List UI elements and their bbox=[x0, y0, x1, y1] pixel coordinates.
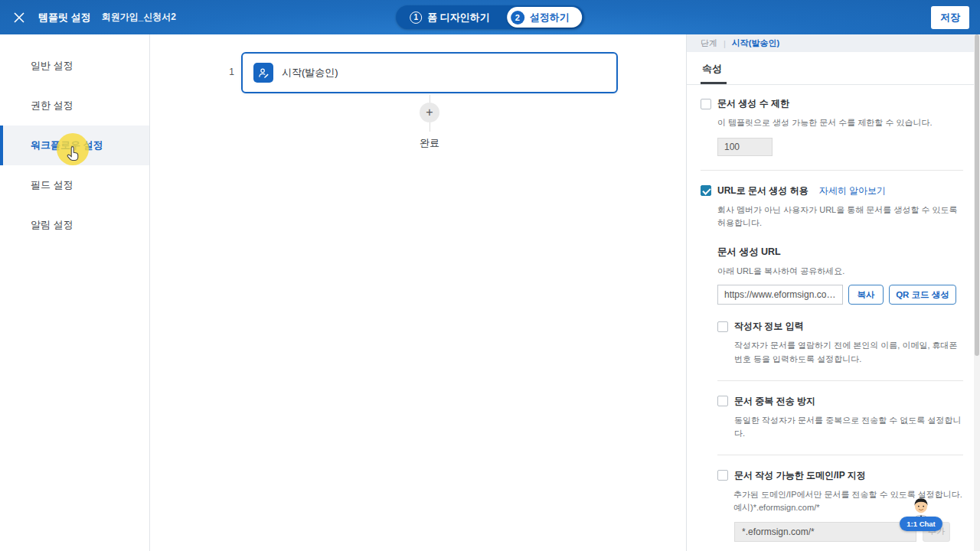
doc-limit-label: 문서 생성 수 제한 bbox=[717, 97, 789, 110]
breadcrumb-level: 단계 bbox=[701, 37, 717, 49]
sidebar-item-workflow[interactable]: 워크플로우 설정 bbox=[0, 126, 149, 165]
duplicate-prevent-checkbox[interactable] bbox=[717, 396, 728, 406]
chat-label[interactable]: 1:1 Chat bbox=[900, 517, 942, 531]
sender-icon bbox=[253, 63, 273, 83]
step-2-number: 2 bbox=[511, 11, 524, 24]
settings-sidebar: 일반 설정 권한 설정 워크플로우 설정 필드 설정 알림 설정 bbox=[0, 34, 150, 551]
url-create-desc: 회사 멤버가 아닌 사용자가 URL을 통해 문서를 생성할 수 있도록 허용합… bbox=[717, 204, 963, 230]
topbar: 템플릿 설정 회원가입_신청서2 1 폼 디자인하기 2 설정하기 저장 bbox=[0, 0, 980, 34]
main-layout: 일반 설정 권한 설정 워크플로우 설정 필드 설정 알림 설정 1 시작(발송… bbox=[0, 34, 980, 551]
breadcrumb-current[interactable]: 시작(발송인) bbox=[732, 37, 779, 49]
add-step-button[interactable]: + bbox=[420, 103, 439, 122]
start-node-label: 시작(발송인) bbox=[282, 66, 338, 80]
divider bbox=[717, 455, 963, 455]
panel-tabs: 속성 bbox=[687, 52, 980, 85]
breadcrumb: 단계 | 시작(발송인) bbox=[687, 34, 980, 52]
chat-widget[interactable]: 1:1 Chat bbox=[902, 497, 940, 531]
qr-code-button[interactable]: QR 코드 생성 bbox=[889, 285, 956, 305]
domain-ip-input[interactable] bbox=[734, 522, 916, 542]
doc-limit-desc: 이 템플릿으로 생성 가능한 문서 수를 제한할 수 있습니다. bbox=[717, 116, 963, 130]
template-name: 회원가입_신청서2 bbox=[102, 11, 176, 24]
step-2-label: 설정하기 bbox=[530, 11, 570, 24]
sidebar-item-notification[interactable]: 알림 설정 bbox=[0, 205, 149, 245]
sidebar-item-field[interactable]: 필드 설정 bbox=[0, 165, 149, 205]
connector-line bbox=[430, 122, 430, 132]
writer-info-desc: 작성자가 문서를 열람하기 전에 본인의 이름, 이메일, 휴대폰 번호 등을 … bbox=[734, 339, 963, 366]
workflow-end-label: 완료 bbox=[420, 136, 439, 150]
divider bbox=[701, 170, 963, 171]
workflow-canvas: 1 시작(발송인) + 완료 bbox=[150, 34, 686, 551]
sidebar-item-permission[interactable]: 권한 설정 bbox=[0, 86, 149, 126]
step-form-design[interactable]: 1 폼 디자인하기 bbox=[410, 11, 507, 24]
divider bbox=[717, 380, 963, 381]
panel-content: 문서 생성 수 제한 이 템플릿으로 생성 가능한 문서 수를 제한할 수 있습… bbox=[687, 85, 980, 551]
panel-scrollbar[interactable] bbox=[974, 34, 980, 551]
scrollbar-thumb[interactable] bbox=[975, 34, 979, 356]
doc-limit-checkbox[interactable] bbox=[701, 99, 711, 109]
doc-url-heading: 문서 생성 URL bbox=[717, 246, 963, 259]
learn-more-link[interactable]: 자세히 알아보기 bbox=[819, 184, 886, 197]
section-duplicate-prevent: 문서 중복 전송 방지 동일한 작성자가 문서를 중복으로 전송할 수 없도록 … bbox=[717, 395, 963, 441]
writer-info-label: 작성자 정보 입력 bbox=[734, 320, 804, 333]
step-1-number: 1 bbox=[410, 11, 422, 24]
copy-button[interactable]: 복사 bbox=[848, 285, 884, 305]
writer-info-checkbox[interactable] bbox=[717, 321, 728, 332]
topbar-left: 템플릿 설정 회원가입_신청서2 bbox=[11, 9, 176, 26]
tab-properties[interactable]: 속성 bbox=[701, 62, 727, 84]
section-doc-limit: 문서 생성 수 제한 이 템플릿으로 생성 가능한 문서 수를 제한할 수 있습… bbox=[701, 97, 963, 156]
domain-ip-label: 문서 작성 가능한 도메인/IP 지정 bbox=[734, 469, 866, 482]
doc-url-desc: 아래 URL을 복사하여 공유하세요. bbox=[717, 265, 963, 279]
url-create-checkbox[interactable] bbox=[701, 185, 711, 196]
breadcrumb-separator: | bbox=[724, 39, 726, 48]
workflow-start-node[interactable]: 시작(발송인) bbox=[241, 52, 618, 93]
step-1-label: 폼 디자인하기 bbox=[427, 11, 490, 24]
doc-limit-input[interactable] bbox=[717, 138, 773, 156]
properties-panel: 단계 | 시작(발송인) 속성 문서 생성 수 제한 이 템플릿으로 생성 가능… bbox=[686, 34, 980, 551]
sidebar-item-general[interactable]: 일반 설정 bbox=[0, 46, 149, 86]
close-icon[interactable] bbox=[11, 9, 28, 26]
duplicate-prevent-label: 문서 중복 전송 방지 bbox=[734, 395, 815, 408]
section-writer-info: 작성자 정보 입력 작성자가 문서를 열람하기 전에 본인의 이름, 이메일, … bbox=[717, 320, 963, 366]
doc-url-input[interactable] bbox=[717, 285, 843, 305]
connector-line bbox=[430, 95, 430, 103]
url-create-label: URL로 문서 생성 허용 bbox=[717, 184, 808, 197]
save-button[interactable]: 저장 bbox=[931, 6, 969, 29]
step-indicator: 1 폼 디자인하기 2 설정하기 bbox=[396, 5, 584, 29]
workflow-step-number: 1 bbox=[220, 67, 234, 77]
step-configure[interactable]: 2 설정하기 bbox=[507, 7, 582, 28]
domain-ip-desc-line2: 예시)*.eformsign.com/* bbox=[733, 503, 819, 512]
duplicate-prevent-desc: 동일한 작성자가 문서를 중복으로 전송할 수 없도록 설정합니다. bbox=[734, 414, 963, 441]
page-title: 템플릿 설정 bbox=[38, 11, 91, 24]
domain-ip-checkbox[interactable] bbox=[717, 470, 728, 481]
